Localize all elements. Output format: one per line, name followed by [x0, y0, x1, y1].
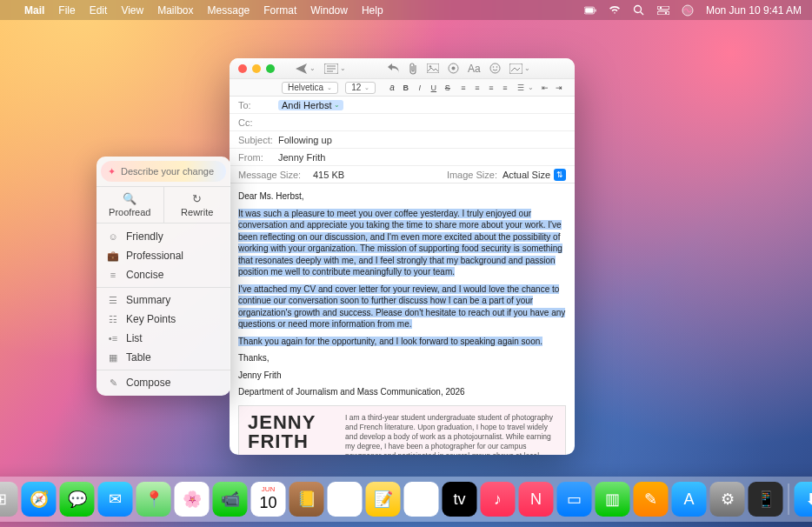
sparkle-icon: ✦ [108, 166, 116, 177]
dock-pages[interactable]: ✎ [634, 482, 669, 517]
tone-concise[interactable]: ≡Concise [97, 265, 230, 284]
dock-launchpad[interactable]: ⊞ [0, 482, 18, 517]
svg-rect-5 [657, 6, 669, 10]
menu-view[interactable]: View [121, 4, 143, 17]
svg-point-16 [429, 65, 431, 67]
subject-value[interactable]: Following up [278, 135, 332, 145]
menu-file[interactable]: File [58, 4, 75, 17]
chevron-updown-icon: ⇅ [554, 169, 566, 181]
compose-button[interactable]: ✎Compose [97, 373, 230, 392]
emoji-icon[interactable] [489, 63, 501, 74]
italic-button[interactable]: I [416, 83, 424, 92]
outdent-icon[interactable]: ⇤ [541, 83, 549, 92]
indent-icon[interactable]: ⇥ [555, 83, 563, 92]
describe-change-field[interactable]: ✦ [101, 161, 226, 182]
transform-table[interactable]: ▦Table [97, 348, 230, 367]
bold-button[interactable]: B [402, 83, 410, 92]
spotlight-icon[interactable] [633, 4, 645, 17]
insert-photo-icon[interactable] [427, 63, 439, 73]
tone-professional[interactable]: 💼Professional [97, 246, 230, 265]
recipient-chip[interactable]: Andi Herbst⌄ [278, 100, 343, 110]
menu-help[interactable]: Help [362, 4, 383, 17]
dock-music[interactable]: ♪ [481, 482, 516, 517]
menu-message[interactable]: Message [208, 4, 250, 17]
send-icon[interactable] [296, 63, 308, 74]
reply-icon[interactable] [388, 63, 400, 73]
menubar-clock[interactable]: Mon Jun 10 9:41 AM [706, 4, 802, 17]
transform-key-points[interactable]: ☷Key Points [97, 310, 230, 329]
align-left-icon[interactable]: ≡ [459, 83, 468, 92]
window-traffic-lights [238, 64, 275, 73]
align-justify-icon[interactable]: ≡ [501, 83, 509, 92]
underline-button[interactable]: U [429, 83, 438, 92]
dock-freeform[interactable]: 〰︎ [404, 482, 439, 517]
pencil-icon: ✎ [107, 377, 119, 389]
strike-button[interactable]: S [443, 83, 452, 92]
dock-appstore[interactable]: A [672, 482, 707, 517]
dock-messages[interactable]: 💬 [60, 482, 95, 517]
dock-news[interactable]: N [519, 482, 554, 517]
format-icon[interactable] [448, 63, 459, 74]
menu-format[interactable]: Format [263, 4, 296, 17]
align-center-icon[interactable]: ≡ [473, 83, 482, 92]
subject-field-row[interactable]: Subject: Following up [230, 131, 575, 149]
zoom-button[interactable] [266, 64, 275, 73]
dock-settings[interactable]: ⚙︎ [710, 482, 745, 517]
dock-iphone-mirroring[interactable]: 📱 [749, 482, 783, 517]
size-row: Message Size: 415 KB Image Size: Actual … [230, 166, 575, 183]
dock-maps[interactable]: 📍 [136, 482, 171, 517]
dock-notes[interactable]: 📝 [366, 482, 401, 517]
list-button-icon[interactable]: ☰ [516, 83, 525, 92]
rewrite-icon: ↻ [192, 192, 202, 205]
photo-browser-icon[interactable] [509, 63, 522, 74]
svg-rect-1 [585, 8, 593, 12]
align-right-icon[interactable]: ≡ [487, 83, 496, 92]
cc-field-row[interactable]: Cc: [230, 114, 575, 131]
dock-keynote[interactable]: ▭ [557, 482, 592, 517]
from-field-row[interactable]: From: Jenny Frith [230, 149, 575, 166]
app-menu[interactable]: Mail [24, 4, 44, 17]
send-options-chevron-icon[interactable]: ⌄ [309, 64, 316, 72]
dock-numbers[interactable]: ▥ [596, 482, 630, 517]
transform-summary[interactable]: ☰Summary [97, 290, 230, 310]
header-options-chevron-icon[interactable]: ⌄ [340, 64, 346, 72]
control-center-icon[interactable] [657, 4, 669, 17]
font-family-select[interactable]: Helvetica⌄ [282, 82, 338, 94]
image-size-select[interactable]: Actual Size ⇅ [503, 169, 566, 181]
menu-mailbox[interactable]: Mailbox [157, 4, 193, 17]
menu-window[interactable]: Window [310, 4, 348, 17]
battery-icon[interactable] [584, 4, 596, 17]
wifi-icon[interactable] [609, 4, 621, 17]
briefcase-icon: 💼 [107, 250, 119, 262]
window-titlebar[interactable]: ⌄ ⌄ Aa ⌄ [230, 58, 575, 79]
dock-downloads[interactable]: ⬇︎ [795, 482, 813, 517]
dock-photos[interactable]: 🌸 [175, 482, 210, 517]
menu-edit[interactable]: Edit [90, 4, 108, 17]
dock-calendar[interactable]: JUN10 [251, 482, 286, 517]
font-size-select[interactable]: 12⌄ [345, 82, 376, 94]
transform-list[interactable]: •≡List [97, 329, 230, 348]
dock-mail[interactable]: ✉︎ [98, 482, 133, 517]
photo-options-chevron-icon[interactable]: ⌄ [524, 64, 530, 72]
svg-line-4 [641, 12, 644, 16]
minimize-button[interactable] [252, 64, 261, 73]
dock-tv[interactable]: tv [443, 482, 477, 517]
attach-icon[interactable] [409, 63, 418, 75]
siri-icon[interactable] [682, 4, 694, 17]
tone-friendly[interactable]: ☺Friendly [97, 227, 230, 246]
dock-facetime[interactable]: 📹 [213, 482, 248, 517]
dock-reminders[interactable]: ☑︎ [328, 482, 363, 517]
describe-change-input[interactable] [121, 166, 230, 177]
rewrite-button[interactable]: ↻ Rewrite [163, 187, 231, 223]
message-body[interactable]: Dear Ms. Herbst, It was such a pleasure … [230, 183, 575, 455]
dock-safari[interactable]: 🧭 [22, 482, 57, 517]
dock-contacts[interactable]: 📒 [290, 482, 324, 517]
text-background-button[interactable]: a [389, 83, 395, 92]
text-format-icon[interactable]: Aa [468, 63, 481, 75]
close-button[interactable] [238, 64, 247, 73]
from-value[interactable]: Jenny Frith [278, 152, 325, 163]
proofread-button[interactable]: 🔍 Proofread [97, 187, 163, 223]
header-fields-icon[interactable] [324, 63, 338, 74]
separator [97, 287, 230, 288]
menu-bar: Mail File Edit View Mailbox Message Form… [0, 0, 812, 20]
